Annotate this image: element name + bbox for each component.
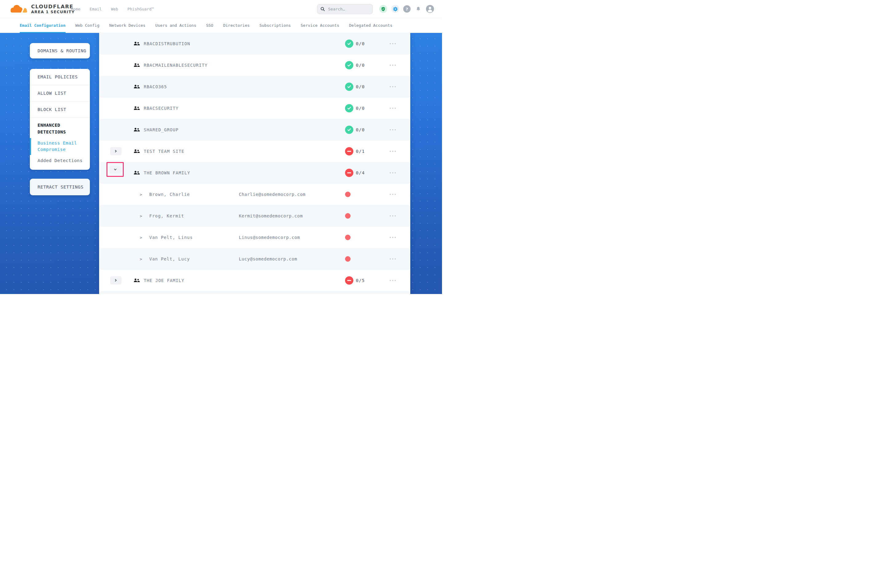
status-dot [345, 235, 350, 240]
sidebar-item-label: RETRACT SETTINGS [38, 184, 83, 189]
chevron-right-icon[interactable]: > [140, 235, 142, 240]
group-icon [134, 85, 140, 89]
tab-service-accounts[interactable]: Service Accounts [301, 18, 339, 33]
tab-delegated-accounts[interactable]: Delegated Accounts [349, 18, 392, 33]
sidebar-item-label: DOMAINS & ROUTING [38, 48, 87, 53]
expand-group-button[interactable] [110, 276, 122, 285]
row-menu-button[interactable] [386, 148, 400, 154]
row-menu-button[interactable] [386, 84, 400, 90]
row-menu-button[interactable] [386, 40, 400, 47]
status-check-badge [345, 61, 353, 69]
member-email: Linus@somedemocorp.com [239, 235, 300, 240]
tab-directories[interactable]: Directories [223, 18, 250, 33]
nav-item-phishguard[interactable]: PhishGuard™ [128, 7, 154, 11]
tab-web-config[interactable]: Web Config [75, 18, 99, 33]
table-row[interactable]: >Van Pelt, LucyLucy@somedemocorp.com [99, 248, 410, 270]
nav-item-web[interactable]: Web [111, 7, 118, 11]
user-icon[interactable] [426, 5, 434, 13]
chevron-right-icon[interactable]: > [140, 192, 142, 197]
status-dot [345, 192, 350, 197]
table-row[interactable]: >Brown, CharlieCharlie@somedemocorp.com [99, 184, 410, 205]
table-row[interactable]: RBACSECURITY0/0 [99, 98, 410, 119]
brand-name: CLOUDFLARE [31, 4, 75, 9]
top-nav: Home Email Web PhishGuard™ [71, 0, 154, 18]
tab-sso[interactable]: SSO [206, 18, 213, 33]
expand-group-button[interactable] [110, 147, 122, 155]
group-icon [134, 42, 140, 46]
group-icon [134, 128, 140, 132]
member-email: Kermit@somedemocorp.com [239, 213, 303, 218]
chevron-right-icon[interactable]: > [140, 214, 142, 218]
header-icon-cluster: ? [379, 5, 434, 13]
collapse-group-button[interactable] [110, 165, 121, 174]
member-count: 0/0 [356, 84, 365, 89]
table-row[interactable]: THE BROWN FAMILY0/4 [99, 162, 410, 184]
gear-icon[interactable] [391, 5, 399, 13]
sidebar-item-added-detections[interactable]: Added Detections [30, 154, 90, 165]
table-row[interactable]: >Frog, KermitKermit@somedemocorp.com [99, 205, 410, 226]
cloudflare-logo: CLOUDFLARE AREA 1 SECURITY [9, 3, 75, 15]
row-menu-button[interactable] [386, 234, 400, 240]
member-count: 0/5 [356, 278, 365, 283]
member-count: 0/0 [356, 63, 365, 68]
group-name: THE BROWN FAMILY [144, 170, 190, 175]
group-name: TEST TEAM SITE [144, 149, 184, 154]
row-menu-button[interactable] [386, 213, 400, 219]
nav-item-home[interactable]: Home [71, 7, 80, 11]
table-row[interactable]: THE JOE FAMILY0/5 [99, 270, 410, 291]
tab-subscriptions[interactable]: Subscriptions [260, 18, 291, 33]
config-tabbar: Email Configuration Web Config Network D… [0, 18, 442, 33]
sidebar-item-email-policies[interactable]: EMAIL POLICIES [30, 69, 90, 85]
sidebar-item-business-email-compromise[interactable]: Business Email Compromise [30, 139, 90, 155]
row-menu-button[interactable] [386, 256, 400, 262]
chevron-right-icon[interactable]: > [140, 257, 142, 261]
sidebar-item-domains-routing[interactable]: DOMAINS & ROUTING [30, 43, 90, 58]
sidebar-section-enhanced-detections: ENHANCED DETECTIONS [30, 118, 90, 136]
search-input[interactable] [328, 6, 381, 12]
table-row[interactable]: RBACO3650/0 [99, 76, 410, 98]
sidebar-item-retract-settings[interactable]: RETRACT SETTINGS [30, 178, 90, 195]
top-header: CLOUDFLARE AREA 1 SECURITY Home Email We… [0, 0, 442, 18]
group-icon [134, 149, 140, 153]
member-count: 0/0 [356, 106, 365, 111]
table-row[interactable]: TEST TEAM SITE0/1 [99, 141, 410, 162]
row-menu-button[interactable] [386, 105, 400, 111]
row-menu-button[interactable] [386, 127, 400, 133]
table-row[interactable]: SHARED_GROUP0/0 [99, 119, 410, 141]
status-dot [345, 256, 350, 262]
sidebar-item-allow-list[interactable]: ALLOW LIST [30, 85, 90, 102]
sidebar-item-block-list[interactable]: BLOCK LIST [30, 102, 90, 118]
status-minus-badge [345, 147, 353, 156]
nav-item-email[interactable]: Email [90, 7, 102, 11]
member-name: Frog, Kermit [149, 213, 184, 218]
group-name: RBACMAILENABLESECURITY [144, 63, 207, 68]
bell-icon[interactable] [415, 5, 422, 13]
search-box[interactable] [317, 4, 373, 14]
status-minus-badge [345, 169, 353, 177]
row-menu-button[interactable] [386, 278, 400, 284]
table-row-partial [99, 291, 410, 294]
group-icon [134, 171, 140, 175]
member-name: Van Pelt, Lucy [149, 256, 190, 261]
member-count: 0/0 [356, 128, 365, 132]
group-name: RBACDISTRUBUTION [144, 41, 190, 46]
shield-check-icon[interactable] [379, 5, 387, 13]
tab-email-configuration[interactable]: Email Configuration [20, 18, 66, 33]
row-menu-button[interactable] [386, 170, 400, 176]
table-row[interactable]: >Van Pelt, LinusLinus@somedemocorp.com [99, 226, 410, 248]
help-icon[interactable]: ? [403, 5, 410, 13]
table-row[interactable]: RBACDISTRUBUTION0/0 [99, 33, 410, 54]
status-minus-badge [345, 276, 353, 285]
group-name: RBACSECURITY [144, 106, 179, 111]
member-name: Brown, Charlie [149, 192, 190, 197]
tab-users-and-actions[interactable]: Users and Actions [155, 18, 196, 33]
table-row[interactable]: RBACMAILENABLESECURITY0/0 [99, 54, 410, 76]
member-count: 0/4 [356, 170, 365, 175]
sidebar-item-label: BLOCK LIST [38, 107, 66, 112]
groups-table: RBACDISTRUBUTION0/0RBACMAILENABLESECURIT… [99, 33, 410, 294]
status-check-badge [345, 40, 353, 48]
area1-security-app: CLOUDFLARE AREA 1 SECURITY Home Email We… [0, 0, 442, 294]
row-menu-button[interactable] [386, 62, 400, 68]
tab-network-devices[interactable]: Network Devices [109, 18, 145, 33]
row-menu-button[interactable] [386, 191, 400, 197]
